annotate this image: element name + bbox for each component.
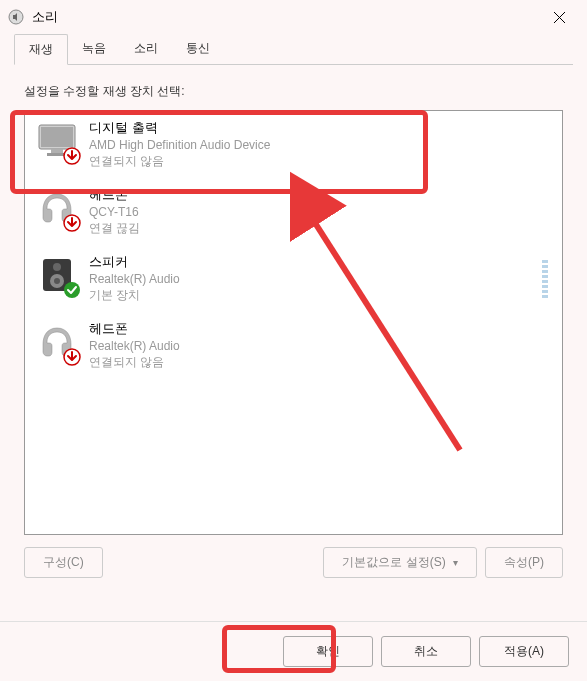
disconnected-badge-icon bbox=[63, 147, 81, 165]
device-item-headphones-realtek[interactable]: 헤드폰 Realtek(R) Audio 연결되지 않음 bbox=[25, 312, 562, 379]
set-default-button[interactable]: 기본값으로 설정(S) ▾ bbox=[323, 547, 477, 578]
device-text: 디지털 출력 AMD High Definition Audio Device … bbox=[89, 119, 270, 170]
configure-button[interactable]: 구성(C) bbox=[24, 547, 103, 578]
tab-sounds[interactable]: 소리 bbox=[120, 34, 172, 65]
device-text: 헤드폰 Realtek(R) Audio 연결되지 않음 bbox=[89, 320, 180, 371]
device-status: 기본 장치 bbox=[89, 287, 180, 304]
device-status: 연결되지 않음 bbox=[89, 153, 270, 170]
device-subtitle: AMD High Definition Audio Device bbox=[89, 138, 270, 152]
properties-button[interactable]: 속성(P) bbox=[485, 547, 563, 578]
device-title: 헤드폰 bbox=[89, 186, 140, 204]
sound-icon bbox=[8, 9, 24, 25]
instruction-text: 설정을 수정할 재생 장치 선택: bbox=[24, 83, 563, 100]
device-item-headphones-qcy[interactable]: 헤드폰 QCY-T16 연결 끊김 bbox=[25, 178, 562, 245]
close-button[interactable] bbox=[539, 2, 579, 32]
device-title: 헤드폰 bbox=[89, 320, 180, 338]
content-area: 설정을 수정할 재생 장치 선택: 디지털 출력 AMD High Defini… bbox=[0, 65, 587, 590]
device-status: 연결되지 않음 bbox=[89, 354, 180, 371]
titlebar-left: 소리 bbox=[8, 8, 58, 26]
monitor-icon bbox=[35, 119, 79, 163]
set-default-label: 기본값으로 설정(S) bbox=[342, 555, 445, 569]
disconnected-badge-icon bbox=[63, 348, 81, 366]
device-title: 디지털 출력 bbox=[89, 119, 270, 137]
button-row: 구성(C) 기본값으로 설정(S) ▾ 속성(P) bbox=[24, 547, 563, 578]
tab-communications[interactable]: 통신 bbox=[172, 34, 224, 65]
device-status: 연결 끊김 bbox=[89, 220, 140, 237]
disconnected-badge-icon bbox=[63, 214, 81, 232]
device-list[interactable]: 디지털 출력 AMD High Definition Audio Device … bbox=[24, 110, 563, 535]
tab-recording[interactable]: 녹음 bbox=[68, 34, 120, 65]
speaker-icon bbox=[35, 253, 79, 297]
headphones-icon bbox=[35, 320, 79, 364]
device-item-digital-output[interactable]: 디지털 출력 AMD High Definition Audio Device … bbox=[25, 111, 562, 178]
tab-playback[interactable]: 재생 bbox=[14, 34, 68, 65]
window-title: 소리 bbox=[32, 8, 58, 26]
tabs: 재생 녹음 소리 통신 bbox=[0, 34, 587, 65]
dialog-buttons: 확인 취소 적용(A) bbox=[0, 621, 587, 681]
apply-button[interactable]: 적용(A) bbox=[479, 636, 569, 667]
default-badge-icon bbox=[63, 281, 81, 299]
titlebar: 소리 bbox=[0, 0, 587, 34]
device-subtitle: QCY-T16 bbox=[89, 205, 140, 219]
device-title: 스피커 bbox=[89, 253, 180, 271]
chevron-down-icon: ▾ bbox=[453, 557, 458, 568]
device-item-speaker[interactable]: 스피커 Realtek(R) Audio 기본 장치 bbox=[25, 245, 562, 312]
device-subtitle: Realtek(R) Audio bbox=[89, 272, 180, 286]
button-row-right: 기본값으로 설정(S) ▾ 속성(P) bbox=[323, 547, 563, 578]
device-text: 헤드폰 QCY-T16 연결 끊김 bbox=[89, 186, 140, 237]
device-text: 스피커 Realtek(R) Audio 기본 장치 bbox=[89, 253, 180, 304]
headphones-icon bbox=[35, 186, 79, 230]
ok-button[interactable]: 확인 bbox=[283, 636, 373, 667]
cancel-button[interactable]: 취소 bbox=[381, 636, 471, 667]
level-meter bbox=[542, 260, 548, 298]
device-subtitle: Realtek(R) Audio bbox=[89, 339, 180, 353]
